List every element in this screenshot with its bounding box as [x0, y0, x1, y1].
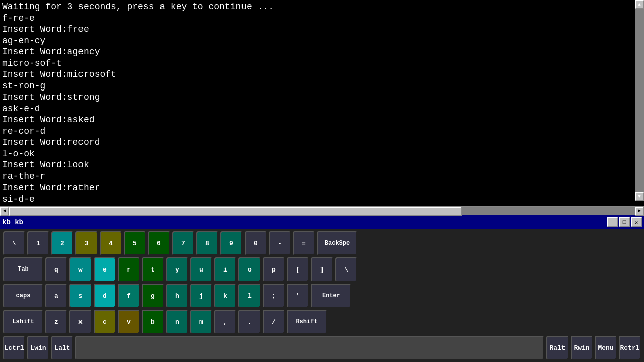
minimize-button[interactable]: _	[607, 217, 618, 227]
key-[interactable]: ]	[311, 257, 333, 282]
key-[interactable]: [	[287, 257, 309, 282]
key-x[interactable]: x	[69, 310, 92, 334]
key-menu[interactable]: Menu	[595, 336, 617, 360]
key-g[interactable]: g	[142, 284, 164, 308]
terminal-line: l-o-ok	[2, 148, 642, 160]
terminal-line: Insert Word:strong	[2, 92, 642, 103]
key-q[interactable]: q	[45, 257, 67, 282]
scroll-up-arrow[interactable]: ▲	[635, 0, 644, 9]
key-enter[interactable]: Enter	[311, 284, 351, 308]
key-y[interactable]: y	[166, 257, 188, 282]
key-3[interactable]: 3	[75, 231, 98, 255]
key-[interactable]: ;	[263, 284, 285, 308]
key-8[interactable]: 8	[196, 231, 218, 255]
key-caps[interactable]: caps	[3, 284, 43, 308]
key-n[interactable]: n	[166, 310, 188, 334]
terminal-line: Insert Word:free	[2, 24, 642, 35]
key-tab[interactable]: Tab	[3, 257, 43, 282]
key-k[interactable]: k	[214, 284, 236, 308]
key-space[interactable]	[75, 336, 544, 360]
terminal-header: Waiting for 3 seconds, press a key to co…	[2, 1, 642, 13]
terminal-line: ag-en-cy	[2, 35, 642, 47]
key-0[interactable]: 0	[245, 231, 267, 255]
terminal-line: si-d-e	[2, 194, 642, 205]
terminal-line: f-re-e	[2, 13, 642, 24]
key-lwin[interactable]: Lwin	[27, 336, 49, 360]
scroll-track	[635, 9, 644, 192]
scrollbar-right-arrow[interactable]: ►	[635, 207, 644, 216]
keyboard-row-3: Lshiftzxcvbnm,./Rshift	[3, 310, 641, 334]
key-j[interactable]: j	[190, 284, 212, 308]
key-c[interactable]: c	[94, 310, 116, 334]
key-rshift[interactable]: Rshift	[287, 310, 327, 334]
key-4[interactable]: 4	[100, 231, 122, 255]
terminal-line: re-cor-d	[2, 126, 642, 137]
key-[interactable]: ,	[214, 310, 236, 334]
key-v[interactable]: v	[118, 310, 140, 334]
terminal-scrollbar-vertical[interactable]: ▲ ▼	[635, 0, 644, 201]
key-1[interactable]: 1	[27, 231, 49, 255]
terminal-line: Insert Word:rather	[2, 182, 642, 194]
terminal-scrollbar-horizontal[interactable]: ◄ ►	[0, 206, 644, 215]
key-u[interactable]: u	[190, 257, 212, 282]
key-p[interactable]: p	[263, 257, 285, 282]
maximize-button[interactable]: □	[619, 217, 630, 227]
window-controls: _ □ ✕	[607, 217, 642, 227]
key-[interactable]: -	[269, 231, 291, 255]
kb-titlebar: kb kb _ □ ✕	[0, 215, 644, 229]
key-l[interactable]: l	[238, 284, 261, 308]
terminal-line: Insert Word:look	[2, 159, 642, 171]
key-w[interactable]: w	[69, 257, 92, 282]
key-2[interactable]: 2	[51, 231, 73, 255]
scroll-down-arrow[interactable]: ▼	[635, 192, 644, 201]
keyboard-row-2: capsasdfghjkl;'Enter	[3, 284, 641, 308]
terminal-line: Insert Word:agency	[2, 46, 642, 58]
key-h[interactable]: h	[166, 284, 188, 308]
terminal-line: Insert Word:record	[2, 137, 642, 148]
key-7[interactable]: 7	[172, 231, 194, 255]
close-button[interactable]: ✕	[631, 217, 642, 227]
key-t[interactable]: t	[142, 257, 164, 282]
key-lctrl[interactable]: Lctrl	[3, 336, 25, 360]
key-[interactable]: '	[287, 284, 309, 308]
key-f[interactable]: f	[118, 284, 140, 308]
scrollbar-left-arrow[interactable]: ◄	[0, 207, 9, 216]
key-[interactable]: \	[3, 231, 25, 255]
key-m[interactable]: m	[190, 310, 212, 334]
key-r[interactable]: r	[118, 257, 140, 282]
terminal-line: ask-e-d	[2, 103, 642, 115]
keyboard-row-4: LctrlLwinLaltRaltRwinMenuRctrl	[3, 336, 641, 360]
key-9[interactable]: 9	[220, 231, 243, 255]
key-backspe[interactable]: BackSpe	[317, 231, 357, 255]
key-5[interactable]: 5	[124, 231, 146, 255]
scrollbar-track	[9, 207, 635, 215]
key-[interactable]: /	[263, 310, 285, 334]
virtual-keyboard: \1234567890-=BackSpeTabqwertyuiop[]\caps…	[0, 229, 644, 362]
key-s[interactable]: s	[69, 284, 92, 308]
key-[interactable]: \	[335, 257, 357, 282]
key-b[interactable]: b	[142, 310, 164, 334]
key-i[interactable]: i	[214, 257, 236, 282]
terminal-window: Waiting for 3 seconds, press a key to co…	[0, 0, 644, 206]
kb-title: kb kb	[2, 218, 23, 226]
key-ralt[interactable]: Ralt	[546, 336, 569, 360]
key-[interactable]: .	[238, 310, 261, 334]
terminal-line: Insert Word:side	[2, 205, 642, 206]
key-o[interactable]: o	[238, 257, 261, 282]
key-[interactable]: =	[293, 231, 315, 255]
keyboard-row-1: Tabqwertyuiop[]\	[3, 257, 641, 282]
scrollbar-thumb[interactable]	[9, 207, 462, 216]
key-d[interactable]: d	[94, 284, 116, 308]
key-a[interactable]: a	[45, 284, 67, 308]
key-rctrl[interactable]: Rctrl	[619, 336, 641, 360]
key-rwin[interactable]: Rwin	[571, 336, 593, 360]
key-lshift[interactable]: Lshift	[3, 310, 43, 334]
key-6[interactable]: 6	[148, 231, 170, 255]
key-z[interactable]: z	[45, 310, 67, 334]
terminal-line: st-ron-g	[2, 80, 642, 92]
key-lalt[interactable]: Lalt	[51, 336, 73, 360]
keyboard-row-0: \1234567890-=BackSpe	[3, 231, 641, 255]
terminal-line: ra-the-r	[2, 171, 642, 183]
terminal-output: f-re-eInsert Word:freeag-en-cyInsert Wor…	[2, 13, 642, 207]
key-e[interactable]: e	[94, 257, 116, 282]
